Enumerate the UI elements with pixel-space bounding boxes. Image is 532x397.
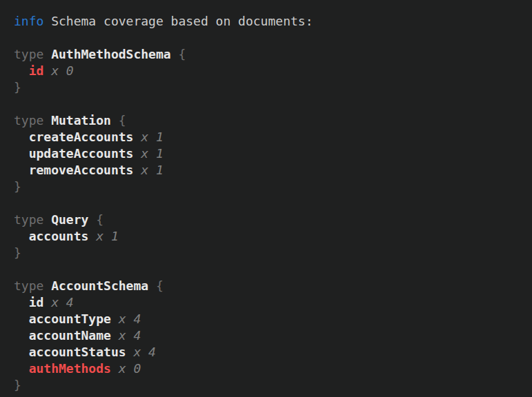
close-brace: } [14,179,21,195]
field-name: id [29,294,44,311]
log-message: Schema coverage based on documents: [51,13,313,30]
field-name: removeAccounts [29,162,134,179]
open-brace: { [178,46,186,63]
field-name: id [29,63,44,79]
close-brace-line: } [14,179,522,195]
field-row: authMethods x 0 [14,360,522,377]
open-brace: { [156,278,164,294]
type-name: Mutation [51,112,111,129]
field-count: x 4 [119,327,141,344]
type-header-line: type Mutation { [14,112,522,129]
field-count: x 1 [141,162,164,179]
type-block-query: type Query { accounts x 1 } [14,212,522,261]
field-name: authMethods [29,360,111,377]
type-keyword: type [14,112,43,129]
open-brace: { [96,212,104,228]
close-brace: } [14,245,21,261]
close-brace: } [14,79,21,96]
log-level-info: info [14,13,43,30]
type-name: AccountSchema [51,278,148,294]
field-count: x 4 [133,344,156,360]
log-line: info Schema coverage based on documents: [14,13,522,30]
field-row: createAccounts x 1 [14,129,522,145]
field-name: accountType [29,311,111,327]
close-brace-line: } [14,79,522,96]
field-row: updateAccounts x 1 [14,145,522,162]
field-row: id x 4 [14,294,522,311]
field-count: x 1 [96,228,119,245]
field-row: accountType x 4 [14,311,522,327]
type-name: Query [51,212,88,228]
close-brace-line: } [14,377,522,394]
open-brace: { [119,112,126,129]
type-block-authmethodschema: type AuthMethodSchema { id x 0 } [14,46,522,96]
field-row: accountName x 4 [14,327,522,344]
type-header-line: type AccountSchema { [14,278,522,294]
field-name: accounts [29,228,89,245]
field-name: accountStatus [29,344,126,360]
field-name: createAccounts [29,129,134,145]
close-brace-line: } [14,245,522,261]
type-keyword: type [14,278,43,294]
field-name: updateAccounts [29,145,134,162]
field-row: accounts x 1 [14,228,522,245]
type-block-accountschema: type AccountSchema { id x 4 accountType … [14,278,522,394]
type-keyword: type [14,46,43,63]
field-count: x 1 [141,129,164,145]
type-header-line: type AuthMethodSchema { [14,46,522,63]
field-count: x 4 [51,294,74,311]
close-brace: } [14,377,21,394]
field-count: x 0 [51,63,74,79]
type-block-mutation: type Mutation { createAccounts x 1 updat… [14,112,522,195]
field-count: x 0 [119,360,141,377]
type-name: AuthMethodSchema [51,46,170,63]
type-header-line: type Query { [14,212,522,228]
field-row: removeAccounts x 1 [14,162,522,179]
field-row: id x 0 [14,63,522,79]
field-count: x 4 [119,311,141,327]
field-count: x 1 [141,145,164,162]
field-row: accountStatus x 4 [14,344,522,360]
terminal-output[interactable]: info Schema coverage based on documents:… [0,0,532,397]
type-keyword: type [14,212,43,228]
field-name: accountName [29,327,111,344]
